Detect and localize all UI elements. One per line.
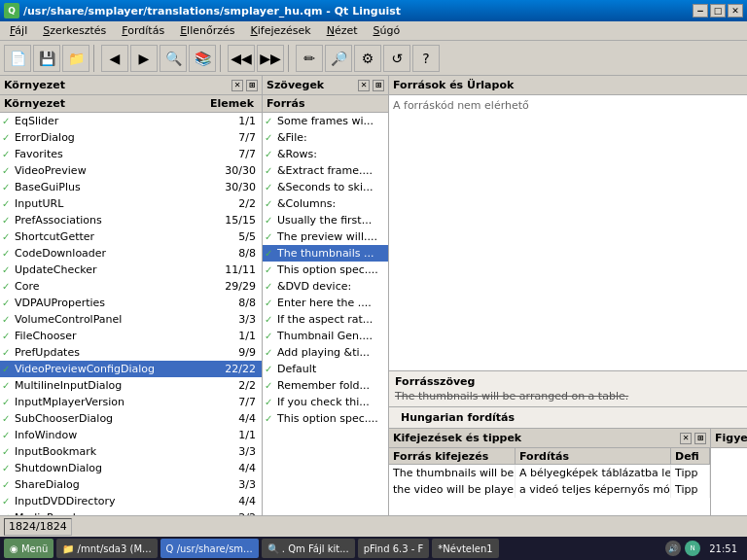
text-row[interactable]: ✓&Extract frame....	[263, 162, 388, 179]
tb-edit[interactable]: ✏	[296, 45, 323, 72]
env-panel-close-icon[interactable]: ✕	[231, 80, 243, 91]
env-row[interactable]: ✓SubChooserDialog4/4	[0, 410, 262, 427]
taskbar-item-4[interactable]: *Névtelen1	[432, 539, 498, 558]
menu-edit[interactable]: Szerkesztés	[35, 22, 114, 39]
kifejezesek-float-icon[interactable]: ⊞	[694, 433, 706, 444]
env-name: Favorites	[15, 148, 211, 160]
text-row[interactable]: ✓Default	[263, 361, 388, 377]
tb-search[interactable]: 🔍	[160, 45, 187, 72]
env-row[interactable]: ✓InputDVDDirectory4/4	[0, 493, 262, 509]
start-button[interactable]: ◉ Menü	[4, 539, 53, 558]
source-panel-header: Források és Ürlapok ✕ ⊞	[389, 76, 747, 95]
text-row[interactable]: ✓&File:	[263, 129, 388, 146]
text-row[interactable]: ✓This option spec....	[263, 410, 388, 427]
env-row[interactable]: ✓VideoPreview30/30	[0, 162, 262, 179]
text-col-source: Forrás	[267, 97, 304, 110]
text-row[interactable]: ✓If you check thi...	[263, 394, 388, 410]
env-row[interactable]: ✓InputURL2/2	[0, 195, 262, 212]
text-row[interactable]: ✓Remember fold...	[263, 377, 388, 394]
bottom-row[interactable]: the video will be playe...a videó teljes…	[389, 481, 710, 498]
text-panel-header: Szövegek ✕ ⊞	[263, 76, 388, 95]
maximize-button[interactable]: □	[710, 4, 726, 18]
text-panel-float-icon[interactable]: ⊞	[373, 80, 384, 91]
env-list[interactable]: ✓EqSlider1/1✓ErrorDialog7/7✓Favorites7/7…	[0, 113, 262, 515]
text-row[interactable]: ✓Some frames wi...	[263, 113, 388, 129]
env-row[interactable]: ✓InputBookmark3/3	[0, 443, 262, 460]
text-label: The preview will....	[277, 230, 386, 243]
status-bar: 1824/1824	[0, 515, 747, 537]
tb-prev[interactable]: ◀	[101, 45, 128, 72]
env-check-icon: ✓	[2, 132, 12, 143]
tb-back[interactable]: ◀◀	[228, 45, 255, 72]
env-name: FileChooser	[15, 330, 211, 342]
bottom-table[interactable]: The thumbnails will be ...A bélyegképek …	[389, 465, 710, 515]
tb-help[interactable]: ?	[412, 45, 440, 72]
tb-settings[interactable]: ⚙	[354, 45, 381, 72]
tb-save[interactable]: 💾	[33, 45, 60, 72]
env-name: CodeDownloader	[15, 247, 211, 260]
bottom-row[interactable]: The thumbnails will be ...A bélyegképek …	[389, 465, 710, 481]
text-row[interactable]: ✓If the aspect rat...	[263, 311, 388, 328]
text-row[interactable]: ✓The thumbnails ...	[263, 245, 388, 262]
env-row[interactable]: ✓VDPAUProperties8/8	[0, 295, 262, 311]
tb-zoom[interactable]: 🔎	[325, 45, 352, 72]
tb-next[interactable]: ▶	[130, 45, 158, 72]
text-list[interactable]: ✓Some frames wi...✓&File:✓&Rows:✓&Extrac…	[263, 113, 388, 515]
env-panel-float-icon[interactable]: ⊞	[246, 80, 258, 91]
text-row[interactable]: ✓Enter here the ....	[263, 295, 388, 311]
minimize-button[interactable]: −	[693, 4, 708, 18]
tb-new[interactable]: 📄	[4, 45, 31, 72]
taskbar-item-3[interactable]: pFind 6.3 - F	[358, 539, 430, 558]
text-check-icon: ✓	[265, 364, 274, 374]
menu-help[interactable]: Súgó	[366, 22, 409, 39]
menu-phrases[interactable]: Kifejezések	[242, 22, 318, 39]
taskbar-item-0[interactable]: 📁 /mnt/sda3 (M...	[56, 539, 157, 558]
menu-check[interactable]: Ellenőrzés	[172, 22, 242, 39]
env-row[interactable]: ✓VideoPreviewConfigDialog22/22	[0, 361, 262, 377]
close-button[interactable]: ✕	[728, 4, 743, 18]
text-row[interactable]: ✓Usually the first...	[263, 212, 388, 228]
text-row[interactable]: ✓&Seconds to ski...	[263, 179, 388, 195]
taskbar-item-1[interactable]: Q /usr/share/sm...	[160, 539, 259, 558]
env-count: 1/1	[211, 429, 260, 441]
env-row[interactable]: ✓ShareDialog3/3	[0, 476, 262, 493]
kifejezesek-close-icon[interactable]: ✕	[680, 433, 692, 444]
text-row[interactable]: ✓The preview will....	[263, 228, 388, 245]
env-row[interactable]: ✓MultilineInputDialog2/2	[0, 377, 262, 394]
env-row[interactable]: ✓InputMplayerVersion7/7	[0, 394, 262, 410]
env-row[interactable]: ✓ShortcutGetter5/5	[0, 228, 262, 245]
env-row[interactable]: ✓BaseGuiPlus30/30	[0, 179, 262, 195]
text-row[interactable]: ✓This option spec....	[263, 262, 388, 278]
menu-view[interactable]: Nézet	[319, 22, 366, 39]
text-row[interactable]: ✓&Rows:	[263, 146, 388, 162]
env-row[interactable]: ✓ShutdownDialog4/4	[0, 460, 262, 476]
env-count: 9/9	[211, 346, 260, 359]
tb-book[interactable]: 📚	[189, 45, 216, 72]
env-row[interactable]: ✓PrefUpdates9/9	[0, 344, 262, 361]
env-row[interactable]: ✓Core29/29	[0, 278, 262, 295]
env-row[interactable]: ✓UpdateChecker11/11	[0, 262, 262, 278]
env-row[interactable]: ✓CodeDownloader8/8	[0, 245, 262, 262]
menu-translation[interactable]: Fordítás	[114, 22, 172, 39]
taskbar-item-2[interactable]: 🔍 . Qm Fájl kit...	[262, 539, 355, 558]
env-row[interactable]: ✓InfoWindow1/1	[0, 427, 262, 443]
text-row[interactable]: ✓&DVD device:	[263, 278, 388, 295]
text-panel-close-icon[interactable]: ✕	[358, 80, 370, 91]
env-count: 1/1	[211, 330, 260, 342]
tb-refresh[interactable]: ↺	[383, 45, 410, 72]
env-row[interactable]: ✓VolumeControlPanel3/3	[0, 311, 262, 328]
env-row[interactable]: ✓PrefAssociations15/15	[0, 212, 262, 228]
figyelmeztetesek-panel: Figyelmeztetések ✕ ⊞	[711, 429, 747, 515]
env-row[interactable]: ✓FileChooser1/1	[0, 328, 262, 344]
menu-file[interactable]: Fájl	[2, 22, 35, 39]
env-row[interactable]: ✓EqSlider1/1	[0, 113, 262, 129]
env-check-icon: ✓	[2, 281, 12, 292]
env-row[interactable]: ✓Favorites7/7	[0, 146, 262, 162]
text-row[interactable]: ✓Thumbnail Gen....	[263, 328, 388, 344]
env-count: 15/15	[211, 214, 260, 227]
env-row[interactable]: ✓ErrorDialog7/7	[0, 129, 262, 146]
tb-open[interactable]: 📁	[62, 45, 89, 72]
text-row[interactable]: ✓Add playing &ti...	[263, 344, 388, 361]
tb-forward[interactable]: ▶▶	[257, 45, 284, 72]
text-row[interactable]: ✓&Columns:	[263, 195, 388, 212]
